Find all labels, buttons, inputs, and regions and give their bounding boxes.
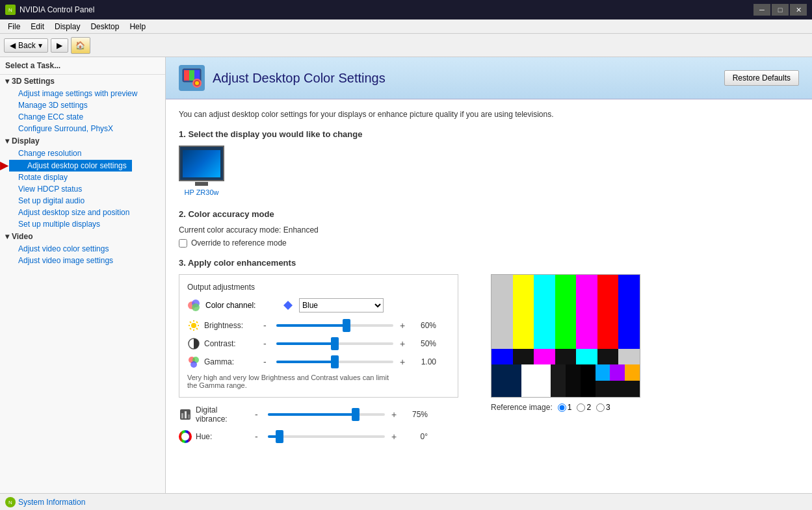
radio-input-1[interactable] [558, 403, 566, 412]
radio-3[interactable]: 3 [596, 403, 610, 412]
color-channel-label: Color channel: [205, 301, 277, 310]
sidebar-item-multiple-displays[interactable]: Set up multiple displays [0, 218, 165, 230]
vibrance-plus[interactable]: + [391, 409, 398, 420]
sidebar-item-desktop-size[interactable]: Adjust desktop size and position [0, 207, 165, 218]
gamma-plus[interactable]: + [400, 357, 406, 367]
menu-help[interactable]: Help [124, 21, 151, 32]
contrast-minus[interactable]: - [263, 338, 270, 349]
color-channel-select[interactable]: All Channels Red Green Blue [299, 298, 384, 312]
blue-diamond-icon [282, 300, 294, 311]
bot-pluge2 [566, 364, 581, 397]
close-button[interactable]: ✕ [790, 4, 807, 16]
svg-rect-4 [184, 70, 189, 81]
toolbar: ◀ Back ▾ ▶ 🏠 [0, 34, 812, 57]
radio-2[interactable]: 2 [577, 403, 591, 412]
menu-display[interactable]: Display [49, 21, 85, 32]
svg-point-25 [190, 361, 197, 368]
hue-minus[interactable]: - [255, 431, 261, 442]
sidebar-item-image-settings[interactable]: Adjust image settings with preview [0, 88, 165, 99]
bot-darkblue [491, 364, 521, 397]
gamma-thumb[interactable] [331, 355, 339, 368]
sidebar-item-configure-surround[interactable]: Configure Surround, PhysX [0, 123, 165, 134]
override-reference-label: Override to reference mode [191, 238, 287, 248]
sidebar-item-digital-audio[interactable]: Set up digital audio [0, 195, 165, 207]
enhancements-section: 3. Apply color enhancements Output adjus… [179, 258, 799, 451]
category-display[interactable]: ▾ Display [0, 134, 165, 147]
system-info-label: System Information [18, 498, 85, 507]
radio-input-2[interactable] [577, 403, 585, 412]
gamma-icon [187, 355, 200, 368]
content-area: Adjust Desktop Color Settings Restore De… [166, 57, 812, 493]
monitor-stand [195, 182, 208, 186]
bar-magenta [576, 275, 597, 349]
radio-input-3[interactable] [596, 403, 605, 412]
hue-track[interactable] [268, 435, 385, 438]
sidebar-item-change-resolution[interactable]: Change resolution [0, 147, 165, 159]
reference-panel: Reference image: 1 2 3 [491, 274, 640, 412]
hue-thumb[interactable] [276, 430, 283, 443]
svg-line-20 [196, 322, 198, 323]
expand-icon-video: ▾ [5, 232, 9, 241]
monitor-item[interactable]: HP ZR30w [179, 146, 224, 196]
system-info-link[interactable]: N System Information [5, 497, 85, 507]
category-3d-settings[interactable]: ▾ 3D Settings [0, 75, 165, 88]
override-reference-checkbox[interactable] [179, 239, 187, 248]
restore-defaults-button[interactable]: Restore Defaults [724, 70, 799, 86]
color-bars-middle [491, 349, 640, 364]
bot-white [521, 364, 551, 397]
expand-icon-3d: ▾ [5, 77, 9, 86]
sidebar-item-video-color[interactable]: Adjust video color settings [0, 243, 165, 255]
maximize-button[interactable]: □ [772, 4, 789, 16]
content-header: Adjust Desktop Color Settings Restore De… [166, 57, 812, 99]
menu-desktop[interactable]: Desktop [85, 21, 124, 32]
color-mode-text: Current color accuracy mode: Enhanced [179, 225, 799, 235]
contrast-row: Contrast: - + 50% [187, 337, 450, 350]
vibrance-minus[interactable]: - [255, 409, 261, 420]
gamma-track[interactable] [276, 361, 393, 363]
brightness-track[interactable] [276, 324, 393, 327]
contrast-thumb[interactable] [331, 337, 339, 350]
back-button[interactable]: ◀ Back ▾ [4, 38, 48, 53]
radio-1[interactable]: 1 [558, 403, 572, 412]
brightness-row: Brightness: - + 60% [187, 319, 450, 332]
override-reference-row[interactable]: Override to reference mode [179, 238, 799, 248]
home-icon: 🏠 [75, 41, 85, 50]
svg-point-11 [192, 303, 200, 311]
mid-blue [491, 349, 513, 364]
category-3d-label: 3D Settings [12, 77, 55, 86]
output-label: Output adjustments [187, 283, 450, 292]
sidebar-item-adjust-desktop-color[interactable]: Adjust desktop color settings [9, 160, 132, 172]
menu-edit[interactable]: Edit [25, 21, 49, 32]
brightness-plus[interactable]: + [400, 320, 406, 331]
hue-plus[interactable]: + [391, 431, 398, 442]
mid-magenta [534, 349, 555, 364]
sidebar-item-ecc-state[interactable]: Change ECC state [0, 111, 165, 123]
sidebar-item-video-image[interactable]: Adjust video image settings [0, 255, 165, 266]
forward-button[interactable]: ▶ [51, 38, 68, 53]
vibrance-thumb[interactable] [352, 408, 360, 421]
gamma-minus[interactable]: - [263, 357, 270, 367]
contrast-icon [187, 337, 200, 350]
sidebar-item-manage-3d[interactable]: Manage 3D settings [0, 99, 165, 111]
sidebar-item-hdcp-status[interactable]: View HDCP status [0, 183, 165, 195]
sidebar-item-rotate-display[interactable]: Rotate display [0, 172, 165, 183]
svg-rect-27 [181, 413, 183, 418]
minimize-button[interactable]: ─ [753, 4, 770, 16]
back-label: Back [18, 41, 36, 50]
menu-file[interactable]: File [3, 21, 25, 32]
bar-gray [491, 275, 513, 349]
sidebar-header: Select a Task... [0, 57, 165, 75]
brightness-label: Brightness: [204, 321, 259, 330]
contrast-track[interactable] [276, 342, 393, 345]
vibrance-track[interactable] [268, 413, 385, 416]
section3-title: 3. Apply color enhancements [179, 258, 799, 268]
status-bar: N System Information [0, 493, 812, 510]
monitor-screen [183, 150, 220, 177]
brightness-minus[interactable]: - [263, 320, 270, 331]
brightness-thumb[interactable] [343, 319, 350, 332]
contrast-plus[interactable]: + [400, 338, 406, 349]
color-bars-top [491, 275, 640, 349]
mid-white [618, 349, 640, 364]
category-video[interactable]: ▾ Video [0, 230, 165, 243]
home-button[interactable]: 🏠 [71, 37, 90, 54]
